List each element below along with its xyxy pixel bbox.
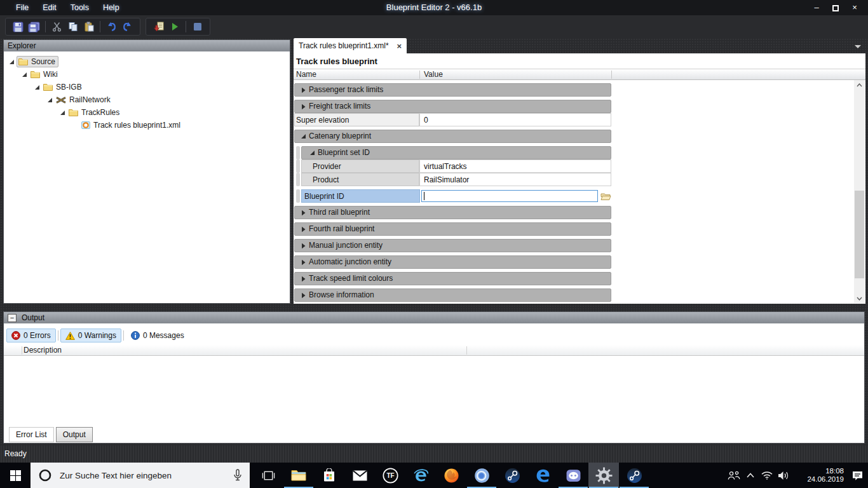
category-row[interactable]: Freight track limits (294, 100, 611, 113)
row-expander[interactable] (300, 226, 306, 233)
property-value-cell[interactable]: RailSimulator (419, 173, 611, 186)
taskbar-app-transport-fever[interactable]: TF (375, 463, 405, 488)
row-expander[interactable] (300, 276, 306, 282)
scrollbar-thumb[interactable] (855, 191, 864, 278)
scroll-up-icon[interactable] (854, 80, 865, 90)
row-expander[interactable] (309, 150, 315, 156)
expander-icon[interactable] (301, 259, 306, 266)
expander-icon[interactable] (301, 104, 306, 110)
row-expander[interactable] (300, 133, 306, 139)
category-row[interactable]: Third rail blueprint (294, 206, 611, 219)
taskbar-app-mail[interactable] (344, 463, 375, 488)
grid-row-super-elevation[interactable]: Super elevation0 (294, 113, 611, 126)
taskbar-app-firefox[interactable] (436, 463, 466, 488)
taskbar-app-task-view[interactable] (253, 463, 283, 488)
taskbar-app-steam-2[interactable] (619, 463, 649, 488)
tree-expander[interactable] (8, 59, 15, 65)
grid-row-blueprint-set-id[interactable]: Blueprint set ID (294, 146, 611, 159)
row-expander[interactable] (300, 292, 306, 299)
category-row[interactable]: Browse information (294, 288, 611, 302)
menu-tools[interactable]: Tools (64, 0, 96, 15)
expander-icon[interactable] (301, 243, 306, 249)
grid-row-freight-track-limits[interactable]: Freight track limits (294, 100, 611, 113)
row-expander[interactable] (300, 87, 306, 93)
expander-icon[interactable] (301, 133, 306, 139)
row-expander[interactable] (300, 259, 306, 266)
tree-item-content[interactable]: Track rules blueprint1.xml (80, 120, 183, 130)
tree-item-track-rules-blueprint1-xml[interactable]: Track rules blueprint1.xml (4, 119, 290, 132)
tab-output[interactable]: Output (56, 427, 93, 442)
category-row[interactable]: Blueprint set ID (301, 146, 611, 159)
redo-button[interactable] (119, 20, 135, 34)
start-button[interactable] (0, 463, 31, 488)
expander-icon[interactable] (60, 110, 65, 116)
taskbar-app-file-explorer[interactable] (283, 463, 314, 488)
vertical-scrollbar[interactable] (854, 80, 865, 303)
minimize-button[interactable]: – (807, 0, 826, 15)
grid-row-passenger-track-limits[interactable]: Passenger track limits (294, 83, 611, 97)
grid-row-track-speed-limit-colours[interactable]: Track speed limit colours (294, 272, 611, 285)
taskbar-app-internet-explorer[interactable] (405, 463, 436, 488)
category-row[interactable]: Passenger track limits (294, 83, 611, 97)
taskbar-app-steam[interactable] (497, 463, 527, 488)
paste-button[interactable] (81, 20, 97, 34)
undo-button[interactable] (104, 20, 119, 34)
property-value-cell[interactable]: virtualTracks (419, 159, 611, 173)
grid-row-provider[interactable]: ProvidervirtualTracks (294, 159, 611, 173)
taskbar-clock[interactable]: 18:08 24.06.2019 (797, 467, 844, 484)
taskbar-app-discord[interactable] (558, 463, 588, 488)
tree-item-content[interactable]: SB-IGB (42, 82, 85, 92)
volume-icon[interactable] (775, 471, 792, 480)
tab-error-list[interactable]: Error List (9, 427, 54, 442)
grid-row-manual-junction-entity[interactable]: Manual junction entity (294, 239, 611, 252)
toggle-0-messages[interactable]: 0 Messages (126, 329, 189, 342)
export-button[interactable] (151, 20, 166, 34)
tree-expander[interactable] (33, 85, 41, 90)
tab-list-dropdown-icon[interactable] (855, 45, 861, 48)
browse-button[interactable] (600, 191, 611, 201)
expander-icon[interactable] (301, 87, 306, 93)
expander-icon[interactable] (301, 210, 306, 216)
close-button[interactable]: × (845, 0, 864, 15)
expander-icon[interactable] (309, 150, 315, 156)
maximize-button[interactable] (826, 0, 845, 15)
category-row[interactable]: Automatic junction entity (294, 255, 611, 269)
microphone-icon[interactable] (233, 469, 242, 482)
tree-item-content[interactable]: TrackRules (67, 107, 122, 118)
category-row[interactable]: Fourth rail blueprint (294, 222, 611, 236)
property-name-cell-selected[interactable]: Blueprint ID (301, 189, 420, 203)
tree-item-railnetwork[interactable]: RailNetwork (4, 93, 290, 106)
grid-row-automatic-junction-entity[interactable]: Automatic junction entity (294, 255, 611, 269)
toggle-0-errors[interactable]: 0 Errors (6, 329, 56, 342)
taskbar-app-edge[interactable] (527, 463, 558, 488)
property-value-cell[interactable]: 0 (419, 113, 611, 126)
cut-button[interactable] (49, 20, 65, 34)
grid-row-fourth-rail-blueprint[interactable]: Fourth rail blueprint (294, 222, 611, 236)
chevron-up-icon[interactable] (742, 473, 759, 478)
run-button[interactable] (166, 20, 182, 34)
taskbar-search[interactable]: Zur Suche Text hier eingeben (31, 463, 250, 488)
save-all-button[interactable] (26, 20, 42, 34)
tree-item-content[interactable]: Source (17, 56, 58, 67)
tree-expander[interactable] (20, 72, 28, 78)
action-center-icon[interactable] (848, 470, 867, 481)
expander-icon[interactable] (47, 97, 53, 103)
tree-expander[interactable] (58, 110, 66, 116)
menu-help[interactable]: Help (96, 0, 126, 15)
grid-row-third-rail-blueprint[interactable]: Third rail blueprint (294, 206, 611, 219)
category-row[interactable]: Catenary blueprint (294, 130, 611, 143)
taskbar-app-microsoft-store[interactable] (314, 463, 344, 488)
category-row[interactable]: Track speed limit colours (294, 272, 611, 285)
tree-item-content[interactable]: Wiki (29, 69, 60, 79)
expander-icon[interactable] (9, 59, 15, 65)
cortana-icon[interactable] (38, 468, 52, 482)
expander-icon[interactable] (301, 226, 306, 233)
column-splitter[interactable] (419, 71, 420, 79)
grid-row-product[interactable]: ProductRailSimulator (294, 173, 611, 186)
save-button[interactable] (10, 20, 26, 34)
tree-item-sb-igb[interactable]: SB-IGB (4, 81, 290, 93)
tree-item-trackrules[interactable]: TrackRules (4, 106, 290, 119)
grid-row-browse-information[interactable]: Browse information (294, 288, 611, 302)
tree-item-wiki[interactable]: Wiki (4, 68, 290, 81)
expander-icon[interactable] (301, 292, 306, 299)
